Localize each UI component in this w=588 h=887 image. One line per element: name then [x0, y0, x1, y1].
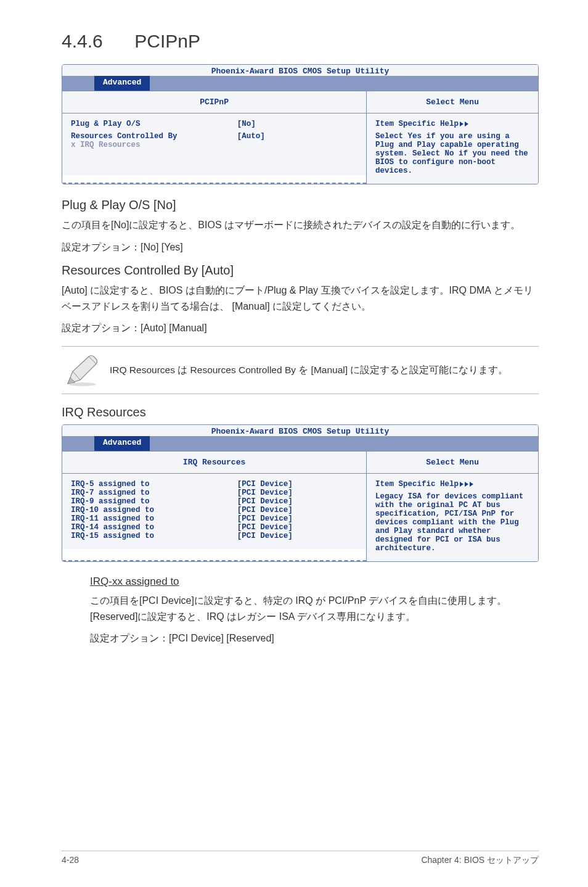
bios-row-label: IRQ-11 assigned to: [71, 514, 237, 523]
bios-panel-irq: Phoenix-Award BIOS CMOS Setup Utility Ad…: [62, 424, 539, 562]
bios-row-label: IRQ-15 assigned to: [71, 532, 237, 540]
bios-row: IRQ-15 assigned to[PCI Device]: [71, 532, 357, 540]
bios-row-label: IRQ-10 assigned to: [71, 506, 237, 514]
subheading: Resources Controlled By [Auto]: [62, 263, 539, 278]
bios-row-value: [PCI Device]: [237, 489, 357, 497]
svg-point-0: [69, 382, 96, 386]
bios-row-label: IRQ-7 assigned to: [71, 489, 237, 497]
bios-row: Plug & Play O/S [No]: [71, 120, 357, 128]
bios-left-content: IRQ-5 assigned to[PCI Device]IRQ-7 assig…: [62, 474, 366, 549]
bios-help-title-row: Item Specific Help: [375, 120, 529, 128]
triangle-icon: [465, 122, 468, 126]
body-text: [Auto] に設定すると、BIOS は自動的にブート/Plug & Play …: [62, 283, 539, 314]
bios-row-label: IRQ-14 assigned to: [71, 523, 237, 532]
bios-help-content: Item Specific Help Select Yes if you are…: [367, 113, 538, 184]
bios-title: Phoenix-Award BIOS CMOS Setup Utility: [62, 425, 538, 436]
section-heading: 4.4.6 PCIPnP: [62, 31, 539, 52]
bios-row-value: [Auto]: [237, 132, 357, 141]
subheading-underline: IRQ-xx assigned to: [90, 576, 539, 588]
triangle-icon: [460, 122, 463, 126]
bios-row-value: [PCI Device]: [237, 506, 357, 514]
body-text: 設定オプション：[No] [Yes]: [62, 239, 539, 255]
triangle-icon: [460, 482, 463, 487]
bios-tab-row: Advanced: [62, 436, 538, 451]
bios-help-title: Item Specific Help: [375, 120, 459, 128]
bios-row: IRQ-14 assigned to[PCI Device]: [71, 523, 357, 532]
bios-tab-advanced: Advanced: [94, 436, 150, 451]
bios-row-label: IRQ-5 assigned to: [71, 480, 237, 489]
body-text: 設定オプション：[PCI Device] [Reserved]: [90, 630, 539, 646]
bios-row-label: x IRQ Resources: [71, 141, 237, 149]
bios-help-title-row: Item Specific Help: [375, 480, 529, 489]
bios-row-value: [PCI Device]: [237, 480, 357, 489]
note-block: IRQ Resources は Resources Controlled By …: [62, 346, 539, 394]
bios-row-value: [No]: [237, 120, 357, 128]
bios-row: IRQ-5 assigned to[PCI Device]: [71, 480, 357, 489]
bios-left-content: Plug & Play O/S [No] Resources Controlle…: [62, 113, 366, 175]
bios-help-body: Select Yes if you are using a Plug and P…: [375, 132, 529, 175]
bios-row: IRQ-9 assigned to[PCI Device]: [71, 497, 357, 506]
subheading: Plug & Play O/S [No]: [62, 198, 539, 212]
page-number: 4-28: [62, 855, 79, 866]
bios-panel-pcipnp: Phoenix-Award BIOS CMOS Setup Utility Ad…: [62, 64, 539, 184]
section-title: PCIPnP: [134, 31, 200, 51]
body-text: この項目を[No]に設定すると、BIOS はマザーボードに接続されたデバイスの設…: [62, 217, 539, 233]
note-text: IRQ Resources は Resources Controlled By …: [110, 363, 508, 377]
bios-help-body: Legacy ISA for devices compliant with th…: [375, 492, 529, 553]
pencil-icon: [64, 353, 101, 387]
bios-row-label: Resources Controlled By: [71, 132, 237, 141]
bios-help-content: Item Specific Help Legacy ISA for device…: [367, 474, 538, 561]
body-text: 設定オプション：[Auto] [Manual]: [62, 320, 539, 336]
bios-tab-advanced: Advanced: [94, 76, 150, 91]
bios-right-header: Select Menu: [367, 91, 538, 113]
bios-row-disabled: x IRQ Resources: [71, 141, 357, 149]
bios-tab-row: Advanced: [62, 76, 538, 91]
bios-row-value: [PCI Device]: [237, 497, 357, 506]
bios-right-header: Select Menu: [367, 452, 538, 474]
bios-row: IRQ-11 assigned to[PCI Device]: [71, 514, 357, 523]
bios-help-title: Item Specific Help: [375, 480, 459, 489]
bios-title: Phoenix-Award BIOS CMOS Setup Utility: [62, 65, 538, 76]
bios-left-header: PCIPnP: [62, 91, 366, 113]
bios-row-label: Plug & Play O/S: [71, 120, 237, 128]
bios-row: IRQ-7 assigned to[PCI Device]: [71, 489, 357, 497]
bios-row-value: [PCI Device]: [237, 514, 357, 523]
section-number: 4.4.6: [62, 31, 129, 52]
triangle-icon: [470, 482, 473, 487]
bios-row: IRQ-10 assigned to[PCI Device]: [71, 506, 357, 514]
footer-text: Chapter 4: BIOS セットアップ: [421, 855, 539, 866]
bios-row: Resources Controlled By [Auto]: [71, 132, 357, 141]
body-text: この項目を[PCI Device]に設定すると、特定の IRQ が PCI/Pn…: [90, 593, 539, 624]
bios-left-header: IRQ Resources: [62, 452, 366, 474]
triangle-icon: [465, 482, 468, 487]
bios-row-label: IRQ-9 assigned to: [71, 497, 237, 506]
page-footer: 4-28 Chapter 4: BIOS セットアップ: [62, 851, 539, 866]
bios-row-value: [PCI Device]: [237, 532, 357, 540]
bios-row-value: [PCI Device]: [237, 523, 357, 532]
subheading: IRQ Resources: [62, 405, 539, 419]
